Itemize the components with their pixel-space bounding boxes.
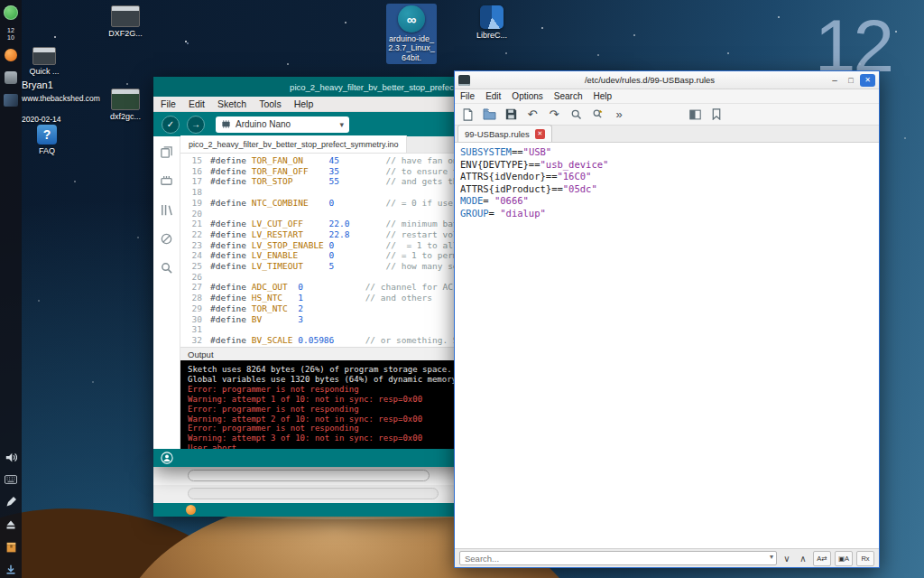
bookmark-icon[interactable] <box>709 107 724 122</box>
search-input[interactable] <box>459 551 777 565</box>
minimize-button[interactable]: – <box>827 74 842 87</box>
menu-edit[interactable]: Edit <box>485 91 501 101</box>
desktop-label-thebackshed[interactable]: www.thebackshed.com <box>22 94 100 103</box>
find-next-button[interactable]: ∨ <box>781 552 793 565</box>
eject-icon[interactable] <box>3 517 19 533</box>
window-thumbnail-icon <box>32 47 56 65</box>
download-tray-icon[interactable] <box>3 562 19 578</box>
arduino-icon: ∞ <box>398 5 425 33</box>
volume-icon[interactable] <box>3 449 19 465</box>
menu-file[interactable]: File <box>460 91 475 101</box>
background-window-footer <box>153 503 454 517</box>
panel-clock-minute: 10 <box>7 34 14 42</box>
undo-icon[interactable]: ↶ <box>525 107 540 122</box>
chevron-down-icon: ▾ <box>339 120 344 129</box>
editor-text[interactable]: SUBSYSTEM=="USB"ENV{DEVTYPE}=="usb_devic… <box>455 143 879 548</box>
upload-button[interactable]: → <box>187 116 205 134</box>
app-launcher-icon[interactable] <box>3 70 19 86</box>
close-button[interactable]: ✕ <box>860 74 875 87</box>
menu-help[interactable]: Help <box>294 98 314 109</box>
browser-launcher-icon[interactable] <box>3 47 19 63</box>
maximize-button[interactable]: □ <box>844 74 858 87</box>
board-icon <box>221 119 231 129</box>
editor-menubar: File Edit Options Search Help <box>455 89 879 104</box>
whole-word-toggle[interactable]: ▣A <box>835 551 853 566</box>
find-replace-icon[interactable] <box>590 107 605 122</box>
new-file-icon[interactable] <box>460 107 475 122</box>
desktop-label-bryan1[interactable]: Bryan1 <box>22 79 53 90</box>
desktop-icon-label: FAQ <box>39 146 55 155</box>
menu-file[interactable]: File <box>161 98 176 109</box>
mousepad-app-icon <box>458 75 470 86</box>
desktop-icon-faq[interactable]: ? FAQ <box>29 125 65 155</box>
desktop-icon-dxf2gc[interactable]: dxf2gc... <box>101 89 150 121</box>
find-previous-button[interactable]: ∧ <box>797 552 809 565</box>
editor-line: ATTRS{idVendor}=="16C0" <box>460 171 873 183</box>
secondary-input[interactable] <box>188 488 439 499</box>
reply-input[interactable] <box>188 470 430 481</box>
search-icon[interactable] <box>160 261 173 276</box>
desktop-icon-arduino-installer[interactable]: ∞ arduino-ide_2.3.7_Linux_64bit. <box>386 4 437 64</box>
open-folder-icon[interactable] <box>482 107 496 122</box>
redo-icon[interactable]: ↷ <box>547 107 561 122</box>
board-selector-value: Arduino Nano <box>236 119 291 129</box>
sketchbook-icon[interactable] <box>160 145 173 161</box>
background-window-row <box>153 467 454 485</box>
editor-window-title: /etc/udev/rules.d/99-USBasp.rules <box>474 75 826 85</box>
menu-search[interactable]: Search <box>554 91 583 101</box>
account-icon[interactable] <box>161 452 173 464</box>
find-icon[interactable] <box>568 107 583 122</box>
status-dot-icon <box>186 505 196 515</box>
desktop-icon-label: LibreC... <box>476 31 507 40</box>
editor-line: MODE= "0666" <box>460 195 873 208</box>
editor-line: GROUP= "dialup" <box>460 208 873 220</box>
regex-toggle[interactable]: Rx <box>856 551 874 566</box>
menu-edit[interactable]: Edit <box>189 98 205 109</box>
desktop-icon-label: dxf2gc... <box>110 112 141 121</box>
app-menu-icon[interactable] <box>3 5 19 21</box>
file-tab[interactable]: 99-USBasp.rules ✕ <box>457 125 552 142</box>
question-mark-icon: ? <box>37 125 57 144</box>
notes-pen-icon[interactable] <box>3 494 19 510</box>
menu-tools[interactable]: Tools <box>259 98 282 109</box>
librecad-icon <box>480 5 504 29</box>
boards-manager-icon[interactable] <box>160 174 173 190</box>
window-task-icon[interactable] <box>3 92 19 108</box>
desktop-icon-dxf2g[interactable]: DXF2G... <box>101 5 150 38</box>
desktop-icon-librecad[interactable]: LibreC... <box>471 5 513 40</box>
desktop-icon-label: Quick ... <box>29 67 59 76</box>
chevron-down-icon[interactable]: ▾ <box>770 553 773 561</box>
desktop-icon-label: DXF2G... <box>108 29 143 38</box>
desktop-label-date[interactable]: 2020-02-14 <box>22 115 60 124</box>
panel-clock-hour: 12 <box>7 27 14 34</box>
desktop-icon-quick[interactable]: Quick ... <box>23 47 65 76</box>
output-panel-title: Output <box>188 350 214 359</box>
menu-sketch[interactable]: Sketch <box>217 98 246 109</box>
ide-activity-bar <box>153 136 180 449</box>
editor-titlebar[interactable]: /etc/udev/rules.d/99-USBasp.rules – □ ✕ <box>455 71 879 89</box>
panel-clock[interactable]: 12 10 <box>7 27 14 41</box>
editor-tabbar: 99-USBasp.rules ✕ <box>455 126 879 143</box>
menu-options[interactable]: Options <box>512 91 542 101</box>
verify-button[interactable]: ✓ <box>162 116 180 134</box>
background-window[interactable] <box>153 467 454 517</box>
toolbar-overflow-icon[interactable]: » <box>612 107 626 122</box>
library-manager-icon[interactable] <box>160 203 173 219</box>
board-selector-dropdown[interactable]: Arduino Nano ▾ <box>216 117 349 133</box>
taskbar-panel: 12 10 <box>0 0 22 578</box>
text-editor-window: /etc/udev/rules.d/99-USBasp.rules – □ ✕ … <box>454 70 880 568</box>
background-window-row <box>153 485 454 503</box>
debug-icon[interactable] <box>160 232 173 247</box>
keyboard-icon[interactable] <box>3 471 19 488</box>
tab-close-icon[interactable]: ✕ <box>535 129 545 139</box>
save-icon[interactable] <box>504 107 518 122</box>
editor-line: ATTRS{idProduct}=="05dc" <box>460 183 873 196</box>
package-icon[interactable] <box>3 539 19 555</box>
sketch-tab[interactable]: pico_2_heavy_filter_bv_better_stop_prefe… <box>180 135 407 153</box>
match-case-toggle[interactable]: A⇄ <box>813 551 831 566</box>
menu-help[interactable]: Help <box>594 91 613 101</box>
check-icon: ✓ <box>167 119 174 129</box>
arrow-right-icon: → <box>191 119 200 129</box>
editor-line: ENV{DEVTYPE}=="usb_device" <box>460 159 873 172</box>
view-split-icon[interactable] <box>688 107 702 122</box>
